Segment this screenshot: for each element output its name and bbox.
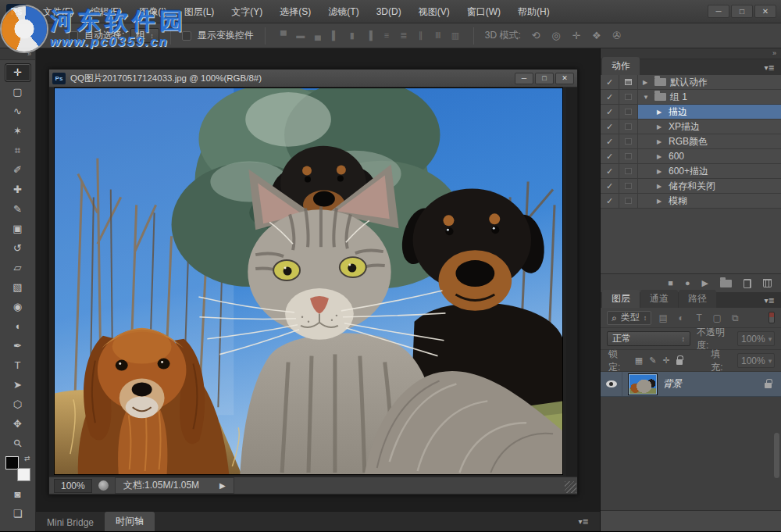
history-brush-tool[interactable]: ↺: [5, 239, 31, 258]
hand-tool[interactable]: ✥: [5, 415, 31, 434]
tab-mini-bridge[interactable]: Mini Bridge: [36, 514, 105, 531]
action-modal-toggle[interactable]: [619, 75, 638, 89]
move-tool[interactable]: ✛: [5, 63, 31, 82]
document-title-bar[interactable]: Ps QQ图片20170517124033.jpg @ 100%(RGB/8#)…: [49, 70, 577, 87]
action-check-icon[interactable]: ✓: [601, 149, 619, 163]
3d-slide-icon[interactable]: ❖: [588, 30, 605, 41]
expand-arrow-icon[interactable]: ▶: [657, 138, 665, 145]
layer-filter-dropdown[interactable]: ⌕ 类型 ↕: [607, 311, 651, 325]
tab-timeline[interactable]: 时间轴: [105, 512, 155, 531]
action-row-group-1[interactable]: ✓ ▼ 组 1: [601, 90, 781, 105]
action-check-icon[interactable]: ✓: [601, 134, 619, 148]
canvas-scrollbar[interactable]: [566, 87, 577, 477]
action-modal-toggle[interactable]: [619, 164, 638, 178]
type-tool[interactable]: T: [5, 356, 31, 375]
action-row-stroke[interactable]: ✓ ▶ 描边: [601, 105, 781, 120]
record-button[interactable]: ●: [685, 279, 690, 287]
action-row-600[interactable]: ✓ ▶ 600: [601, 149, 781, 164]
new-action-button[interactable]: [744, 279, 751, 288]
layer-thumbnail[interactable]: [629, 374, 657, 395]
action-row-default-actions[interactable]: ✓ ▶ 默认动作: [601, 75, 781, 90]
layer-filter-toggle[interactable]: [769, 312, 775, 323]
action-modal-toggle[interactable]: [619, 90, 638, 104]
action-check-icon[interactable]: ✓: [601, 164, 619, 178]
expand-arrow-icon[interactable]: ▶: [657, 123, 665, 130]
distribute-top-edges-icon[interactable]: ≡: [380, 30, 394, 41]
doc-maximize-button[interactable]: □: [535, 73, 554, 84]
filter-pixel-layers-icon[interactable]: ▤: [657, 312, 669, 323]
action-check-icon[interactable]: ✓: [601, 120, 619, 134]
rectangular-marquee-tool[interactable]: ▢: [5, 83, 31, 102]
action-modal-toggle[interactable]: [619, 134, 638, 148]
path-selection-tool[interactable]: ➤: [5, 376, 31, 395]
show-transform-checkbox[interactable]: [182, 31, 191, 41]
menu-help[interactable]: 帮助(H): [509, 0, 558, 23]
action-modal-toggle[interactable]: [619, 149, 638, 163]
distribute-vertical-centers-icon[interactable]: ≣: [397, 30, 411, 41]
status-menu-arrow-icon[interactable]: ▶: [219, 481, 226, 490]
blur-tool[interactable]: ◉: [5, 298, 31, 316]
distribute-horizontal-centers-icon[interactable]: Ⅲ: [431, 30, 445, 41]
doc-close-button[interactable]: ✕: [555, 73, 574, 84]
zoom-tool[interactable]: ⚲: [5, 434, 31, 453]
align-horizontal-centers-icon[interactable]: ▮: [345, 30, 359, 41]
layers-scrollbar[interactable]: [774, 433, 779, 478]
action-modal-toggle[interactable]: [619, 179, 638, 193]
menu-edit[interactable]: 编辑(E): [82, 0, 130, 23]
canvas-image[interactable]: [54, 87, 563, 475]
layers-panel-menu-icon[interactable]: ▾≣: [765, 296, 775, 305]
3d-pan-icon[interactable]: ✛: [568, 30, 585, 41]
menu-window[interactable]: 窗口(W): [458, 0, 509, 23]
stop-button[interactable]: ■: [668, 279, 673, 287]
menu-type[interactable]: 文字(Y): [223, 0, 271, 23]
action-row-600-stroke[interactable]: ✓ ▶ 600+描边: [601, 164, 781, 179]
tab-channels[interactable]: 通道: [640, 290, 678, 308]
lock-transparency-icon[interactable]: ▦: [635, 355, 643, 366]
tab-layers[interactable]: 图层: [602, 290, 640, 308]
screen-mode-tool[interactable]: ❏: [5, 505, 31, 523]
pen-tool[interactable]: ✒: [5, 337, 31, 355]
gradient-tool[interactable]: ▧: [5, 278, 31, 297]
expand-arrow-icon[interactable]: ▶: [643, 79, 651, 86]
lock-position-icon[interactable]: ✛: [662, 355, 669, 366]
swap-colors-icon[interactable]: ⇄: [24, 455, 30, 462]
align-left-edges-icon[interactable]: ▌: [328, 30, 342, 41]
expand-arrow-icon[interactable]: ▶: [657, 153, 665, 160]
eye-icon[interactable]: [606, 380, 617, 387]
3d-camera-icon[interactable]: ✇: [608, 30, 626, 41]
expand-arrow-icon[interactable]: ▶: [657, 168, 665, 175]
filter-adjustment-layers-icon[interactable]: ◐: [675, 312, 687, 323]
brush-tool[interactable]: ✎: [5, 200, 31, 219]
auto-select-dropdown[interactable]: 组 ↕: [130, 28, 159, 43]
actions-panel-menu-icon[interactable]: ▾≣: [765, 63, 775, 72]
new-group-button[interactable]: [720, 280, 732, 287]
toolbar-collapse-icon[interactable]: »: [0, 48, 35, 60]
action-check-icon[interactable]: ✓: [601, 90, 619, 104]
play-button[interactable]: ▶: [702, 279, 708, 287]
action-modal-toggle[interactable]: [619, 120, 638, 134]
layer-row-background[interactable]: 背景: [601, 372, 781, 397]
quick-mask-tool[interactable]: ◙: [5, 485, 31, 504]
distribute-left-edges-icon[interactable]: ∥: [414, 30, 428, 41]
auto-align-layers-icon[interactable]: ▥: [448, 30, 462, 41]
crop-tool[interactable]: ⌗: [5, 141, 31, 160]
layer-name[interactable]: 背景: [663, 377, 682, 391]
background-color-swatch[interactable]: [17, 468, 30, 481]
shape-tool[interactable]: ⬡: [5, 395, 31, 414]
action-row-save-close[interactable]: ✓ ▶ 储存和关闭: [601, 179, 781, 194]
opacity-field[interactable]: 100% ▾: [737, 331, 775, 346]
close-button[interactable]: ✕: [754, 5, 776, 18]
blend-mode-select[interactable]: 正常 ↕: [607, 331, 690, 346]
filter-smart-objects-icon[interactable]: ⧉: [729, 312, 741, 323]
expand-arrow-icon[interactable]: ▶: [657, 109, 665, 116]
minimize-button[interactable]: ─: [708, 5, 729, 18]
align-right-edges-icon[interactable]: ▐: [362, 30, 376, 41]
zoom-level-field[interactable]: 100%: [54, 479, 92, 493]
action-check-icon[interactable]: ✓: [601, 179, 619, 193]
menu-select[interactable]: 选择(S): [271, 0, 319, 23]
menu-filter[interactable]: 滤镜(T): [319, 0, 367, 23]
expand-arrow-icon[interactable]: ▶: [657, 198, 665, 205]
menu-file[interactable]: 文件(F): [34, 0, 82, 23]
3d-roll-icon[interactable]: ◎: [547, 30, 565, 41]
maximize-button[interactable]: □: [731, 5, 753, 18]
